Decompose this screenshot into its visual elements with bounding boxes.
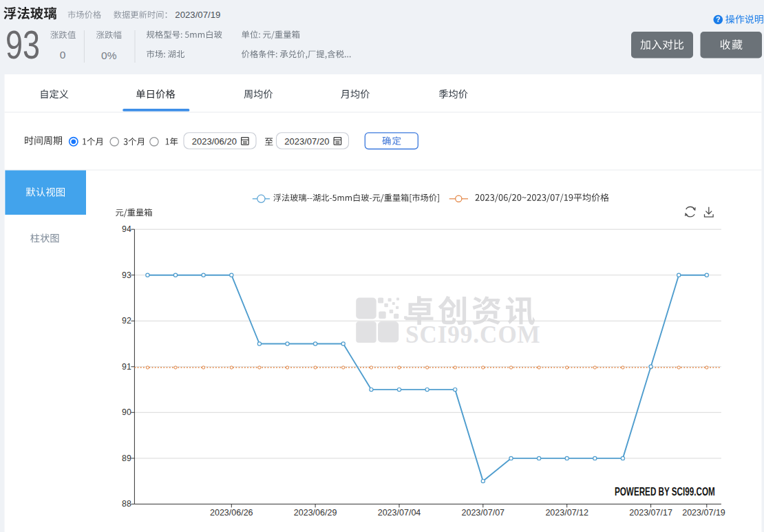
- svg-text:2023/06/20: 2023/06/20: [192, 136, 237, 147]
- svg-text:2023/07/07: 2023/07/07: [462, 508, 505, 518]
- svg-text:SCI99.COM: SCI99.COM: [405, 321, 541, 348]
- svg-text:0: 0: [60, 49, 66, 61]
- svg-text:92: 92: [122, 316, 131, 326]
- svg-text:93: 93: [122, 270, 131, 280]
- svg-text:2023/07/19: 2023/07/19: [175, 10, 220, 20]
- svg-text:94: 94: [122, 224, 131, 234]
- svg-text:90: 90: [122, 407, 131, 417]
- svg-text:88: 88: [122, 499, 131, 509]
- svg-text:POWERED BY SCI99.COM: POWERED BY SCI99.COM: [615, 485, 715, 498]
- svg-text:2023/06/29: 2023/06/29: [294, 508, 337, 518]
- svg-text:0%: 0%: [101, 50, 117, 61]
- svg-text:91: 91: [122, 362, 131, 372]
- svg-text:89: 89: [122, 454, 131, 463]
- svg-text:2023/07/04: 2023/07/04: [378, 508, 421, 518]
- svg-text:2023/07/20: 2023/07/20: [284, 136, 329, 147]
- svg-text:?: ?: [716, 15, 720, 23]
- svg-text:2023/07/17: 2023/07/17: [629, 508, 672, 518]
- svg-text:93: 93: [6, 23, 40, 67]
- svg-text:2023/07/12: 2023/07/12: [545, 508, 588, 518]
- svg-text:2023/07/19: 2023/07/19: [682, 508, 725, 518]
- svg-text:2023/06/26: 2023/06/26: [210, 508, 253, 518]
